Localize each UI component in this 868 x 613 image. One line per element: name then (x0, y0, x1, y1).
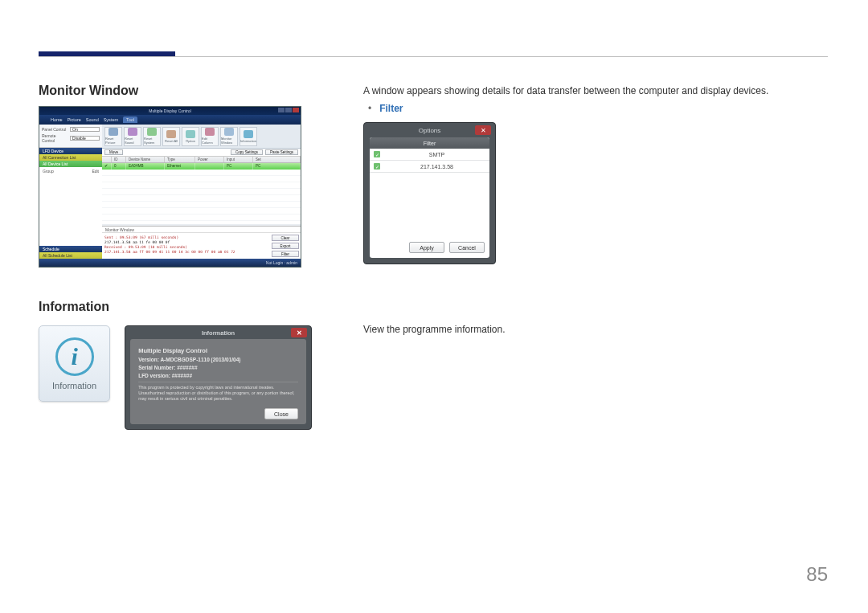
label-panel-control: Panel Control (42, 127, 68, 132)
monitor-log: Sent : 09:53:09 (67 milli seconds) 217.1… (102, 233, 270, 259)
info-icon-label: Information (52, 381, 96, 390)
information-description: View the programme information. (363, 322, 828, 337)
mdc-actionbar: Move Copy Settings Paste Settings (102, 149, 301, 157)
info-version: Version: A-MDCBGDSP-1110 (2013/01/04) (138, 357, 298, 362)
action-move[interactable]: Move (104, 149, 123, 155)
monitor-window-description: A window appears showing details for dat… (363, 84, 828, 98)
checkbox[interactable]: ✓ (370, 163, 384, 170)
mdc-sidebar: Panel Control On Remote Control Disable … (39, 125, 102, 259)
col-name: Device Name (126, 157, 165, 162)
toolbar-option[interactable]: Option (182, 127, 199, 146)
filter-label: Filter (379, 103, 403, 114)
info-dialog-title: Information ✕ (125, 326, 311, 339)
page-header (39, 51, 828, 58)
tab-system[interactable]: System (104, 117, 118, 122)
tab-sound[interactable]: Sound (86, 117, 99, 122)
grid-header: ID Device Name Type Power Input Set (102, 157, 301, 163)
info-product: Multiple Display Control (138, 347, 298, 354)
tree-edit[interactable]: Edit (92, 169, 99, 174)
toolbar-monitor-window[interactable]: Monitor Window (220, 127, 238, 146)
mdc-tabs: Home Picture Sound System Tool (39, 115, 301, 125)
action-copy[interactable]: Copy Settings (231, 149, 263, 155)
tree-body: Group Edit (39, 167, 102, 246)
header-rule (39, 56, 828, 57)
monitor-panel: Monitor Window Sent : 09:53:09 (67 milli… (102, 226, 301, 259)
apply-button[interactable]: Apply (409, 242, 444, 253)
monitor-filter-button[interactable]: Filter (272, 251, 299, 257)
filter-header: Filter (370, 137, 489, 149)
edit-column-icon (205, 128, 215, 136)
option-icon (186, 130, 195, 138)
page-number: 85 (806, 563, 828, 586)
tree-all-schedule[interactable]: All Schedule List (39, 252, 102, 259)
close-button[interactable]: Close (264, 408, 298, 419)
toolbar-reset-all[interactable]: Reset All (162, 127, 180, 146)
monitor-panel-title: Monitor Window (105, 227, 134, 232)
tree-header-schedule[interactable]: Schedule (39, 246, 102, 252)
info-serial: Serial Number: ####### (138, 365, 298, 370)
col-set: Set (253, 157, 301, 162)
select-remote-control[interactable]: Disable (70, 136, 100, 141)
monitor-export-button[interactable]: Export (272, 243, 299, 249)
action-paste[interactable]: Paste Settings (265, 149, 298, 155)
bullet-icon: • (368, 103, 371, 114)
window-buttons (278, 108, 299, 112)
tree-all-connection[interactable]: All Connection List (39, 154, 102, 161)
right-column: A window appears showing details for dat… (363, 84, 828, 341)
list-item[interactable]: ✓ SMTP (370, 149, 489, 161)
toolbar-edit-column[interactable]: Edit Column (201, 127, 219, 146)
monitor-clear-button[interactable]: Clear (272, 235, 299, 241)
toolbar-reset-sound[interactable]: Reset Sound (124, 127, 141, 146)
toolbar-information[interactable]: Information (240, 127, 257, 146)
col-power: Power (195, 157, 224, 162)
mdc-statusbar: Not Login : admin (39, 259, 301, 267)
cancel-button[interactable]: Cancel (449, 242, 485, 253)
maximize-icon[interactable] (285, 108, 292, 112)
options-title: Options ✕ (364, 123, 495, 137)
heading-monitor-window: Monitor Window (39, 84, 312, 98)
minimize-icon[interactable] (278, 108, 285, 112)
options-dialog: Options ✕ Filter ✓ SMTP ✓ 217.141.3.58 A… (363, 122, 496, 264)
select-panel-control[interactable]: On (70, 127, 100, 132)
reset-system-icon (147, 128, 157, 136)
mdc-titlebar: Multiple Display Control (39, 107, 301, 115)
col-type: Type (165, 157, 195, 162)
reset-sound-icon (128, 128, 137, 136)
close-icon[interactable] (293, 108, 299, 112)
tab-home[interactable]: Home (51, 117, 63, 122)
information-icon-tile[interactable]: i Information (39, 325, 110, 402)
device-grid: ID Device Name Type Power Input Set ✔ 0 … (102, 157, 301, 224)
monitor-window-icon (224, 128, 234, 136)
tree-group[interactable]: Group (43, 169, 54, 174)
tree-all-device[interactable]: All Device List (39, 161, 102, 167)
reset-all-icon (166, 130, 176, 138)
label-remote-control: Remote Control (42, 133, 68, 143)
checkbox[interactable]: ✓ (370, 151, 384, 157)
check-icon: ✓ (374, 163, 380, 170)
heading-information: Information (39, 300, 312, 314)
close-icon[interactable]: ✕ (475, 125, 491, 135)
col-id: ID (112, 157, 126, 162)
information-icon (244, 130, 253, 138)
col-input: Input (224, 157, 253, 162)
information-dialog: Information ✕ Multiple Display Control V… (125, 325, 312, 430)
toolbar-reset-system[interactable]: Reset System (143, 127, 161, 146)
close-icon[interactable]: ✕ (291, 328, 307, 337)
left-column: Monitor Window Multiple Display Control … (39, 84, 312, 430)
info-lfd: LFD version: ####### (138, 373, 298, 378)
col-chk (102, 157, 112, 162)
check-icon: ✓ (374, 151, 380, 157)
tab-picture[interactable]: Picture (68, 117, 81, 122)
list-item[interactable]: ✓ 217.141.3.58 (370, 161, 489, 173)
info-icon: i (55, 337, 94, 376)
filter-bullet: • Filter (368, 103, 828, 114)
table-row[interactable]: ✔ 0 EA0HMB Ethernet PC PC (102, 163, 301, 170)
mdc-toolbar: Reset Picture Reset Sound Reset System R… (102, 125, 301, 149)
mdc-title-text: Multiple Display Control (149, 108, 191, 113)
tab-tool[interactable]: Tool (123, 116, 137, 123)
mdc-window: Multiple Display Control Home Picture So… (39, 106, 301, 268)
tree-header-lfd[interactable]: LFD Device (39, 148, 102, 154)
reset-picture-icon (108, 128, 118, 136)
info-copyright: This program is protected by copyright l… (138, 382, 298, 402)
toolbar-reset-picture[interactable]: Reset Picture (104, 127, 122, 146)
